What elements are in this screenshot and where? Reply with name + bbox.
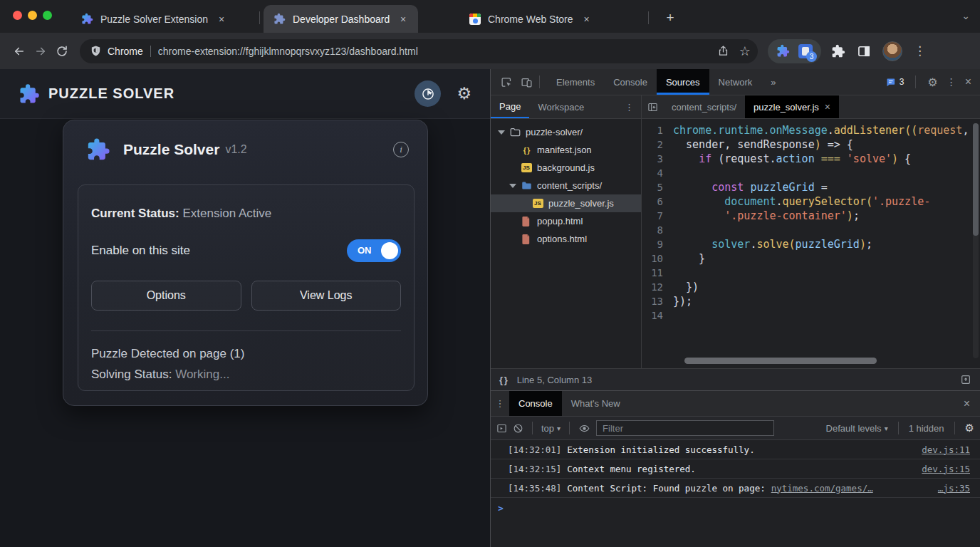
close-drawer-icon[interactable]: × bbox=[964, 391, 980, 416]
more-tabs-icon[interactable]: » bbox=[761, 69, 785, 95]
enable-toggle[interactable]: ON bbox=[347, 239, 401, 262]
log-source-link[interactable]: dev.js:15 bbox=[922, 464, 970, 474]
close-window-button[interactable] bbox=[13, 11, 22, 20]
close-tab-icon[interactable]: × bbox=[215, 13, 228, 26]
tab-network[interactable]: Network bbox=[709, 69, 762, 95]
browser-menu-icon[interactable]: ⋮ bbox=[914, 43, 926, 58]
tab-elements[interactable]: Elements bbox=[547, 69, 604, 95]
navigator-menu-icon[interactable]: ⋮ bbox=[625, 95, 641, 118]
code-line: 13}); bbox=[642, 294, 980, 308]
puzzle-extension-icon[interactable] bbox=[776, 44, 790, 58]
options-button[interactable]: Options bbox=[91, 281, 241, 311]
file-tab-content-scripts[interactable]: content_scripts/ bbox=[663, 95, 745, 118]
tab-puzzle-solver-extension[interactable]: Puzzle Solver Extension × bbox=[71, 5, 236, 33]
scrollbar-thumb[interactable] bbox=[973, 123, 979, 236]
line-number[interactable]: 1 bbox=[642, 123, 673, 137]
close-devtools-icon[interactable]: × bbox=[965, 75, 971, 88]
log-source-link[interactable]: …js:35 bbox=[938, 483, 970, 494]
close-file-icon[interactable]: × bbox=[825, 101, 830, 113]
tab-page[interactable]: Page bbox=[491, 95, 529, 118]
bookmark-star-icon[interactable]: ☆ bbox=[739, 43, 751, 59]
html-file-icon bbox=[521, 234, 532, 245]
share-icon[interactable] bbox=[717, 45, 729, 57]
eye-icon[interactable] bbox=[578, 423, 590, 434]
console-settings-icon[interactable]: ⚙ bbox=[965, 422, 974, 434]
drawer-tab-console[interactable]: Console bbox=[509, 391, 562, 416]
pinned-extensions-pill[interactable]: 3 bbox=[768, 39, 821, 63]
console-filter-input[interactable] bbox=[596, 420, 774, 436]
log-source-link[interactable]: dev.js:11 bbox=[922, 444, 970, 455]
tab-search-chevron-icon[interactable]: ⌄ bbox=[961, 10, 970, 21]
reload-button[interactable] bbox=[51, 41, 73, 62]
new-tab-button[interactable]: + bbox=[661, 9, 679, 27]
line-number[interactable]: 12 bbox=[642, 280, 673, 294]
line-number[interactable]: 13 bbox=[642, 294, 673, 308]
console-sidebar-icon[interactable] bbox=[496, 423, 507, 434]
minimize-window-button[interactable] bbox=[28, 11, 37, 20]
line-number[interactable]: 14 bbox=[642, 308, 673, 323]
side-panel-icon[interactable] bbox=[857, 44, 871, 58]
horizontal-scrollbar[interactable] bbox=[684, 358, 877, 364]
address-bar[interactable]: Chrome chrome-extension://fghijklmnopqrs… bbox=[80, 39, 758, 63]
console-prompt[interactable]: > bbox=[491, 498, 980, 518]
extensions-menu-icon[interactable] bbox=[831, 44, 845, 58]
line-number[interactable]: 7 bbox=[642, 209, 673, 223]
caret-down-icon[interactable] bbox=[498, 130, 505, 135]
tab-developer-dashboard[interactable]: Developer Dashboard × bbox=[264, 5, 418, 33]
issues-counter[interactable]: 3 bbox=[885, 77, 905, 88]
tab-label: Developer Dashboard bbox=[293, 14, 390, 25]
line-number[interactable]: 9 bbox=[642, 237, 673, 251]
info-icon[interactable]: i bbox=[393, 142, 409, 157]
devtools-settings-icon[interactable]: ⚙ bbox=[927, 75, 937, 89]
window-controls[interactable] bbox=[13, 11, 52, 20]
vertical-scrollbar[interactable] bbox=[973, 123, 979, 358]
line-number[interactable]: 8 bbox=[642, 223, 673, 237]
line-number[interactable]: 11 bbox=[642, 266, 673, 280]
back-button[interactable] bbox=[9, 41, 30, 62]
dev-extension-icon[interactable]: 3 bbox=[798, 44, 813, 58]
line-number[interactable]: 5 bbox=[642, 180, 673, 194]
caret-down-icon[interactable] bbox=[509, 184, 516, 188]
line-number[interactable]: 10 bbox=[642, 251, 673, 266]
line-number[interactable]: 2 bbox=[642, 137, 673, 152]
drawer-menu-icon[interactable]: ⋮ bbox=[491, 391, 509, 416]
view-logs-button[interactable]: View Logs bbox=[251, 281, 402, 311]
line-number[interactable]: 4 bbox=[642, 166, 673, 180]
context-label: top bbox=[541, 423, 554, 434]
pretty-print-icon[interactable]: { } bbox=[499, 375, 507, 385]
code-editor[interactable]: 1chrome.runtime.onMessage.addListener((r… bbox=[642, 119, 980, 368]
tree-item-manifest[interactable]: { } manifest.json bbox=[491, 141, 641, 159]
tree-item-root-folder[interactable]: puzzle-solver/ bbox=[491, 123, 641, 141]
tab-label: Puzzle Solver Extension bbox=[100, 14, 208, 25]
default-levels-selector[interactable]: Default levels ▾ bbox=[826, 423, 888, 434]
inspect-element-icon[interactable] bbox=[496, 76, 516, 88]
tree-item-popup[interactable]: popup.html bbox=[491, 212, 641, 230]
clear-console-icon[interactable] bbox=[513, 423, 523, 434]
profile-avatar[interactable] bbox=[882, 41, 902, 61]
close-tab-icon[interactable]: × bbox=[580, 13, 593, 26]
line-number[interactable]: 3 bbox=[642, 152, 673, 166]
account-button[interactable] bbox=[415, 80, 441, 107]
tab-workspace[interactable]: Workspace bbox=[529, 95, 593, 118]
tree-item-background[interactable]: JS background.js bbox=[491, 159, 641, 177]
line-number[interactable]: 6 bbox=[642, 194, 673, 209]
settings-gear-icon[interactable]: ⚙ bbox=[457, 85, 471, 102]
toggle-navigator-icon[interactable] bbox=[642, 95, 663, 118]
tab-sources[interactable]: Sources bbox=[657, 69, 709, 95]
device-toolbar-icon[interactable] bbox=[516, 76, 536, 88]
log-page-link[interactable]: nytimes.com/games/… bbox=[771, 483, 873, 494]
zoom-window-button[interactable] bbox=[43, 11, 52, 20]
forward-button[interactable] bbox=[30, 41, 51, 62]
tree-item-content-scripts[interactable]: content_scripts/ bbox=[491, 177, 641, 194]
tab-console[interactable]: Console bbox=[604, 69, 657, 95]
devtools-menu-icon[interactable]: ⋮ bbox=[947, 76, 956, 88]
drawer-tab-whats-new[interactable]: What's New bbox=[562, 391, 630, 416]
tab-chrome-web-store[interactable]: Chrome Web Store × bbox=[459, 5, 602, 33]
file-tab-puzzle-solver[interactable]: puzzle_solver.js × bbox=[745, 95, 839, 118]
tree-item-options[interactable]: options.html bbox=[491, 230, 641, 248]
context-selector[interactable]: top ▾ bbox=[541, 423, 561, 434]
tree-item-puzzle-solver-js[interactable]: JS puzzle_solver.js bbox=[491, 194, 641, 212]
close-tab-icon[interactable]: × bbox=[397, 13, 410, 26]
code-text bbox=[673, 308, 980, 323]
editor-settings-icon[interactable] bbox=[960, 374, 971, 385]
